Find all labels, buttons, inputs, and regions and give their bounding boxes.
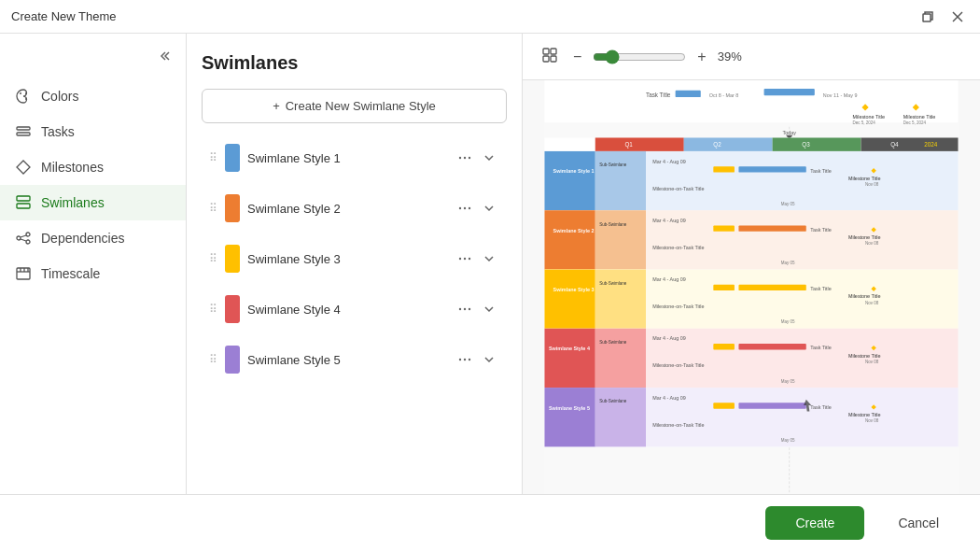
drag-handle[interactable]: ⠿ (209, 252, 217, 265)
svg-rect-100 (713, 285, 735, 290)
grid-toggle-button[interactable] (538, 43, 562, 70)
svg-text:May 05: May 05 (781, 202, 795, 206)
footer: Create Cancel (0, 494, 980, 551)
chevron-down-icon (483, 303, 496, 316)
more-options-button[interactable] (455, 299, 475, 319)
color-swatch (225, 346, 240, 374)
svg-rect-72 (713, 166, 735, 172)
sidebar-item-swimlanes[interactable]: Swimlanes (0, 185, 186, 220)
svg-text:Task Title: Task Title (810, 345, 832, 350)
svg-text:Nov 08: Nov 08 (865, 418, 879, 423)
svg-text:Milestone Title: Milestone Title (848, 353, 881, 359)
svg-point-32 (469, 308, 470, 310)
expand-button[interactable] (479, 349, 499, 370)
svg-text:Nov 08: Nov 08 (865, 241, 879, 246)
svg-text:May 05: May 05 (781, 319, 795, 324)
sidebar-item-tasks[interactable]: Tasks (0, 114, 186, 149)
style-name: Swimlane Style 5 (247, 353, 447, 367)
create-button[interactable]: Create (765, 506, 864, 540)
sidebar-item-dependencies[interactable]: Dependencies (0, 220, 186, 256)
svg-point-34 (464, 359, 466, 360)
drag-handle[interactable]: ⠿ (209, 303, 217, 316)
svg-text:Milestone Title: Milestone Title (848, 176, 881, 181)
more-options-button[interactable] (455, 349, 475, 370)
svg-point-21 (459, 157, 461, 159)
svg-rect-101 (738, 285, 805, 290)
svg-rect-115 (738, 344, 805, 349)
sidebar-item-colors[interactable]: Colors (0, 78, 186, 114)
svg-point-27 (459, 258, 461, 260)
svg-text:Oct 8 - Mar 8: Oct 8 - Mar 8 (709, 92, 739, 98)
svg-text:May 05: May 05 (781, 438, 795, 443)
svg-text:Dec 5, 2024: Dec 5, 2024 (852, 120, 875, 125)
svg-text:Task Title: Task Title (810, 227, 832, 233)
more-icon (458, 303, 471, 316)
sidebar-item-milestones[interactable]: Milestones (0, 149, 186, 185)
expand-button[interactable] (479, 248, 499, 269)
svg-text:Mar 4 - Aug 09: Mar 4 - Aug 09 (652, 335, 685, 341)
style-name: Swimlane Style 1 (247, 151, 447, 165)
svg-text:Nov 08: Nov 08 (865, 301, 879, 305)
create-btn-label: Create New Swimlane Style (286, 99, 436, 113)
zoom-out-button[interactable]: − (569, 45, 585, 69)
preview-area: Task Title Oct 8 - Mar 8 Nov 11 - May 9 … (523, 80, 980, 494)
more-icon (458, 151, 471, 164)
zoom-slider[interactable] (593, 49, 686, 64)
close-button[interactable] (946, 6, 969, 28)
svg-rect-125 (595, 388, 646, 446)
create-icon: + (273, 99, 280, 113)
style-item: ⠿ Swimlane Style 5 (202, 336, 507, 383)
sidebar-label-milestones: Milestones (41, 160, 104, 175)
sidebar-item-timescale[interactable]: Timescale (0, 256, 186, 291)
svg-rect-39 (551, 56, 556, 62)
svg-point-28 (464, 258, 466, 260)
expand-button[interactable] (479, 299, 499, 319)
gantt-svg: Task Title Oct 8 - Mar 8 Nov 11 - May 9 … (523, 80, 980, 494)
zoom-label: 39% (718, 49, 755, 64)
svg-rect-109 (545, 329, 595, 388)
svg-text:May 05: May 05 (781, 379, 795, 384)
svg-text:Swimlane Style 3: Swimlane Style 3 (553, 287, 595, 292)
sidebar-collapse-area (0, 41, 186, 78)
drag-handle[interactable]: ⠿ (209, 151, 217, 164)
chevron-down-icon (483, 151, 496, 164)
svg-text:2024: 2024 (924, 141, 938, 148)
style-name: Swimlane Style 4 (247, 303, 447, 317)
svg-rect-7 (17, 133, 30, 135)
cancel-button[interactable]: Cancel (875, 506, 961, 540)
expand-button[interactable] (479, 148, 499, 168)
svg-text:Milestone-on-Task Title: Milestone-on-Task Title (652, 186, 704, 191)
create-swimlane-button[interactable]: + Create New Swimlane Style (202, 89, 507, 123)
more-options-button[interactable] (455, 248, 475, 269)
svg-text:Milestone Title: Milestone Title (848, 412, 881, 417)
main-content: Colors Tasks Milestones Swimlanes (0, 34, 980, 494)
drag-handle[interactable]: ⠿ (209, 202, 217, 215)
svg-rect-57 (595, 137, 684, 150)
style-actions (455, 148, 499, 168)
left-panel: Swimlanes + Create New Swimlane Style ⠿ … (187, 34, 523, 494)
restore-button[interactable] (917, 6, 939, 28)
svg-point-11 (17, 236, 21, 240)
more-options-button[interactable] (455, 198, 475, 219)
svg-rect-38 (543, 56, 549, 62)
svg-point-30 (459, 308, 461, 310)
svg-rect-123 (545, 388, 595, 446)
drag-handle[interactable]: ⠿ (209, 353, 217, 366)
chevron-down-icon (483, 202, 496, 215)
style-actions (455, 248, 499, 269)
svg-text:Milestone Title: Milestone Title (903, 114, 936, 120)
content-area: Swimlanes + Create New Swimlane Style ⠿ … (187, 34, 980, 494)
expand-button[interactable] (479, 198, 499, 219)
svg-point-29 (469, 258, 470, 260)
svg-rect-9 (17, 196, 30, 201)
chevron-down-icon (483, 252, 496, 265)
palette-icon (15, 88, 32, 105)
svg-point-25 (464, 207, 466, 209)
more-options-button[interactable] (455, 148, 475, 168)
collapse-button[interactable] (156, 45, 178, 71)
collapse-icon (160, 49, 175, 64)
svg-text:Mar 4 - Aug 09: Mar 4 - Aug 09 (652, 395, 685, 401)
zoom-in-button[interactable]: + (693, 45, 709, 69)
svg-point-3 (20, 92, 21, 94)
style-item: ⠿ Swimlane Style 2 (202, 185, 507, 232)
